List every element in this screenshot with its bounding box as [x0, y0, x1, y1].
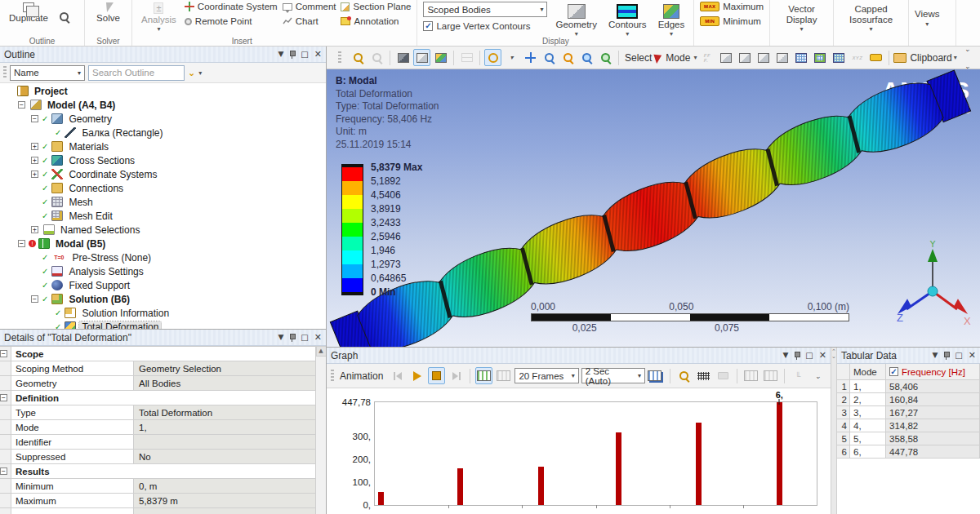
element-face-select-icon[interactable]	[811, 49, 828, 66]
outline-panel-header[interactable]: Outline ▼ □ ✕	[0, 47, 326, 63]
tree-item-analysis-settings[interactable]: ✓Analysis Settings	[0, 264, 326, 278]
extend-selection-icon[interactable]: FFF.	[698, 49, 715, 66]
tree-item-model[interactable]: −Model (A4, B4)	[0, 98, 326, 112]
frequency-bar-mode-3[interactable]	[538, 467, 544, 505]
remote-point-button[interactable]: Remote Point	[185, 16, 278, 26]
details-property-row[interactable]: Scoping MethodGeometry Selection	[0, 361, 315, 376]
frequency-chart[interactable]: 447,78300,200,100,0,6,	[327, 388, 831, 514]
overflow-chevron-icon[interactable]: ⌄	[809, 367, 826, 384]
property-value[interactable]	[134, 435, 315, 449]
frequency-cell[interactable]: 447,78	[886, 445, 980, 458]
details-property-row[interactable]: TypeTotal Deformation	[0, 405, 315, 420]
tree-item-connections[interactable]: ✓Connections	[0, 181, 326, 195]
table-row[interactable]: 2 2, 160,84	[837, 393, 980, 406]
large-vertex-contours-toggle[interactable]: ✓ Large Vertex Contours	[423, 21, 547, 31]
property-value[interactable]	[134, 508, 315, 514]
pin-icon[interactable]	[943, 351, 949, 360]
maximum-toggle-button[interactable]: MAXMaximum	[700, 2, 764, 11]
tree-expander-icon[interactable]: +	[31, 143, 38, 150]
pin-icon[interactable]	[289, 50, 295, 59]
filter-type-dropdown[interactable]: Name▾	[10, 65, 85, 81]
coordinate-system-button[interactable]: Coordinate System	[185, 2, 278, 11]
body-select-icon[interactable]	[773, 49, 791, 66]
tree-item-solution[interactable]: −✓Solution (B6)	[0, 292, 326, 306]
face-select-icon[interactable]	[755, 49, 772, 66]
capped-isosurface-button[interactable]: Capped Isosurface▾	[840, 2, 902, 35]
details-panel-header[interactable]: Details of "Total Deformation" ▼ □ ✕	[0, 330, 326, 346]
mode-cell[interactable]: 4,	[850, 419, 886, 432]
maximize-icon[interactable]: □	[301, 51, 308, 59]
contours-button[interactable]: Contours ▾	[605, 3, 650, 38]
mode-dropdown[interactable]: Mode	[666, 52, 690, 64]
table-row[interactable]: 4 4, 314,82	[837, 419, 980, 432]
coordinate-probe-icon[interactable]: XYZ	[849, 49, 866, 66]
overflow-chevron-icon[interactable]: ⌄	[959, 58, 976, 70]
property-value[interactable]: Total Deformation	[134, 405, 315, 419]
pin-icon[interactable]	[794, 351, 800, 360]
details-category-row[interactable]: −Results	[0, 464, 315, 479]
table-row[interactable]: 6 6, 447,78	[837, 445, 980, 459]
find-icon[interactable]	[675, 367, 693, 384]
time-steps-icon[interactable]	[495, 367, 512, 384]
zoom-redo-icon[interactable]	[368, 49, 385, 66]
overflow-chevron-icon[interactable]: ⌄	[959, 47, 976, 58]
viewports-icon[interactable]	[458, 49, 475, 66]
chart-button[interactable]: Chart	[283, 16, 336, 26]
export-video-icon[interactable]	[648, 367, 665, 384]
frames-dropdown[interactable]: 20 Frames▾	[514, 368, 578, 383]
close-icon[interactable]: ✕	[969, 351, 976, 360]
panel-dropdown-icon[interactable]: ▼	[932, 352, 938, 359]
frequency-cell[interactable]: 160,84	[886, 393, 980, 405]
tree-item-coordinate-systems[interactable]: +✓Coordinate Systems	[0, 167, 326, 181]
frequency-cell[interactable]: 58,406	[886, 380, 980, 392]
tree-item-pre-stress[interactable]: ✓T=0Pre-Stress (None)	[0, 250, 326, 264]
tree-item-fixed-support[interactable]: ✓Fixed Support	[0, 278, 326, 292]
geometry-display-button[interactable]: Geometry ▾	[552, 3, 600, 38]
property-value[interactable]: Geometry Selection	[134, 361, 315, 375]
edges-button[interactable]: Edges ▾	[655, 3, 688, 38]
box-zoom-icon[interactable]	[559, 49, 577, 66]
property-value[interactable]: No	[134, 450, 315, 463]
result-sets-icon[interactable]	[475, 367, 492, 384]
toolbar-overflow[interactable]: ⌄⌄	[959, 47, 976, 69]
tree-item-mesh[interactable]: ✓Mesh	[0, 195, 326, 209]
details-property-row[interactable]: GeometryAll Bodies	[0, 376, 315, 391]
views-button[interactable]: Views▾	[915, 2, 939, 35]
property-value[interactable]: 5,8379 m	[134, 494, 315, 507]
frequency-column-header[interactable]: ✓ Frequency [Hz]	[886, 364, 980, 379]
tree-item-geometry[interactable]: −✓Geometry	[0, 112, 326, 126]
close-icon[interactable]: ✕	[314, 50, 322, 59]
tree-item-named-selections[interactable]: +Named Selections	[0, 223, 326, 237]
scoped-bodies-dropdown[interactable]: Scoped Bodies▾	[423, 2, 547, 17]
frequency-bar-mode-5[interactable]	[696, 423, 702, 505]
tree-item-total-deformation[interactable]: ✓Total Deformation	[0, 320, 326, 329]
mode-column-header[interactable]: Mode	[850, 364, 886, 379]
tree-item-mesh-edit[interactable]: ✓Mesh Edit	[0, 209, 326, 223]
skip-end-icon[interactable]	[448, 367, 465, 384]
frequency-bar-mode-2[interactable]	[457, 468, 463, 505]
duration-dropdown[interactable]: 2 Sec (Auto)▾	[581, 368, 645, 383]
tree-item-modal[interactable]: −!Modal (B5)	[0, 237, 326, 250]
magnify-icon[interactable]	[597, 49, 614, 66]
table-row[interactable]: 5 5, 358,58	[837, 432, 980, 445]
expand-options-caret-icon[interactable]: ▾	[198, 69, 202, 77]
filmstrip-icon[interactable]	[742, 367, 760, 384]
details-property-row[interactable]	[0, 508, 315, 514]
frequency-cell[interactable]: 314,82	[886, 419, 980, 432]
property-value[interactable]: 0, m	[134, 479, 315, 493]
tree-expander-icon[interactable]: −	[18, 101, 25, 109]
details-category-row[interactable]: −Definition	[0, 391, 315, 405]
duplicate-button[interactable]: Duplicate	[6, 2, 51, 24]
minimum-toggle-button[interactable]: MINMinimum	[700, 16, 764, 26]
rotate-icon[interactable]	[484, 49, 501, 66]
scroll-up-icon[interactable]: ▲	[316, 346, 327, 357]
zoom-fit-icon[interactable]	[578, 49, 595, 66]
details-property-row[interactable]: Maximum5,8379 m	[0, 494, 315, 508]
mode-cell[interactable]: 3,	[850, 406, 886, 419]
tree-expander-icon[interactable]: +	[31, 171, 38, 178]
tree-expander-icon[interactable]: +	[31, 226, 38, 233]
details-property-row[interactable]: Mode1,	[0, 420, 315, 435]
close-icon[interactable]: ✕	[314, 333, 322, 342]
search-outline-input[interactable]: Search Outline	[88, 65, 185, 81]
tree-item-line-body[interactable]: ✓Балка (Rectangle)	[0, 126, 326, 140]
